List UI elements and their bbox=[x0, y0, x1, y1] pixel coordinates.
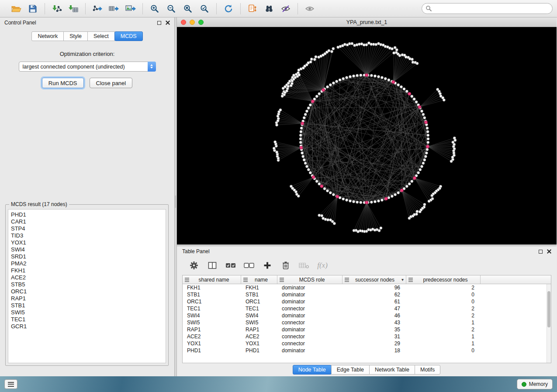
mcds-result-list[interactable]: PHD1CAR1STP4TID3YOX1SWI4SRD1PMA2FKH1ACE2… bbox=[8, 209, 166, 363]
cell[interactable]: 46 bbox=[343, 313, 406, 319]
table-row[interactable]: RAP1RAP1dominator352 bbox=[183, 326, 547, 333]
cell[interactable]: connector bbox=[277, 306, 343, 312]
cell[interactable]: STB1 bbox=[183, 292, 241, 298]
cell[interactable]: 96 bbox=[343, 285, 406, 291]
cell[interactable]: YOX1 bbox=[183, 340, 241, 347]
close-table-panel-icon[interactable] bbox=[547, 249, 551, 254]
save-session-button[interactable] bbox=[26, 2, 39, 15]
column-header-MCDS-role[interactable]: MCDS role bbox=[277, 275, 343, 284]
show-all-button[interactable] bbox=[303, 2, 316, 15]
tab-style[interactable]: Style bbox=[63, 31, 88, 41]
cell[interactable]: 2 bbox=[406, 327, 481, 333]
window-minimize-icon[interactable] bbox=[190, 20, 195, 25]
cell[interactable]: connector bbox=[277, 340, 343, 347]
cell[interactable]: 2 bbox=[406, 313, 481, 319]
cell[interactable]: SWI5 bbox=[241, 320, 277, 326]
table-row[interactable]: FKH1FKH1dominator962 bbox=[183, 284, 547, 291]
table-row[interactable]: SWI4SWI4dominator462 bbox=[183, 312, 547, 319]
cell[interactable]: TEC1 bbox=[183, 306, 241, 312]
close-panel-icon[interactable] bbox=[166, 21, 170, 25]
copy-share-button[interactable] bbox=[246, 2, 259, 15]
criterion-dropdown[interactable]: largest connected component (undirected) bbox=[19, 62, 156, 72]
cell[interactable]: 61 bbox=[343, 299, 406, 305]
hide-selected-button[interactable] bbox=[279, 2, 292, 15]
cell[interactable]: SWI4 bbox=[241, 313, 277, 319]
tab-node-table[interactable]: Node Table bbox=[293, 365, 332, 375]
status-menu-button[interactable] bbox=[4, 379, 17, 389]
export-image-button[interactable] bbox=[124, 2, 137, 15]
cell[interactable]: STB1 bbox=[241, 292, 277, 298]
cell[interactable]: TEC1 bbox=[241, 306, 277, 312]
result-item[interactable]: STP4 bbox=[11, 225, 166, 232]
column-menu-icon[interactable] bbox=[345, 278, 349, 282]
sort-descending-icon[interactable]: ▾ bbox=[401, 277, 404, 282]
column-menu-icon[interactable] bbox=[280, 278, 284, 282]
table-row[interactable]: TEC1TEC1connector472 bbox=[183, 305, 547, 312]
cell[interactable]: ORC1 bbox=[241, 299, 277, 305]
tab-network[interactable]: Network bbox=[31, 31, 64, 41]
show-column-button[interactable] bbox=[207, 260, 218, 271]
import-network-button[interactable] bbox=[50, 2, 63, 15]
cell[interactable]: dominator bbox=[277, 299, 343, 305]
tab-edge-table[interactable]: Edge Table bbox=[331, 365, 370, 375]
column-menu-icon[interactable] bbox=[243, 278, 248, 282]
scrollbar-thumb[interactable] bbox=[547, 291, 550, 327]
result-item[interactable]: PHD1 bbox=[11, 211, 166, 218]
cell[interactable]: 0 bbox=[406, 299, 481, 305]
tab-motifs[interactable]: Motifs bbox=[415, 365, 440, 375]
close-panel-button[interactable]: Close panel bbox=[90, 78, 133, 88]
network-view[interactable] bbox=[177, 27, 557, 244]
cell[interactable]: SWI4 bbox=[183, 313, 241, 319]
export-table-button[interactable] bbox=[107, 2, 121, 15]
window-zoom-icon[interactable] bbox=[198, 20, 204, 25]
cell[interactable]: 47 bbox=[343, 306, 406, 312]
cell[interactable]: 2 bbox=[406, 285, 481, 291]
refresh-view-button[interactable] bbox=[222, 2, 235, 15]
cell[interactable]: 31 bbox=[343, 334, 406, 340]
tab-select[interactable]: Select bbox=[87, 31, 115, 41]
tab-network-table[interactable]: Network Table bbox=[369, 365, 415, 375]
cell[interactable]: 35 bbox=[343, 327, 406, 333]
table-scrollbar[interactable] bbox=[547, 284, 551, 363]
memory-button[interactable]: Memory bbox=[517, 379, 553, 389]
table-row[interactable]: SWI5SWI5connector431 bbox=[183, 319, 547, 326]
cell[interactable]: FKH1 bbox=[241, 285, 277, 291]
dropdown-stepper-icon[interactable] bbox=[148, 62, 156, 72]
result-item[interactable]: FKH1 bbox=[11, 267, 166, 274]
open-session-button[interactable] bbox=[10, 2, 23, 15]
result-item[interactable]: TEC1 bbox=[11, 316, 166, 323]
table-row[interactable]: ACE2ACE2connector311 bbox=[183, 333, 547, 340]
result-item[interactable]: PMA2 bbox=[11, 260, 166, 267]
result-item[interactable]: STB1 bbox=[11, 302, 166, 309]
deselect-all-button[interactable] bbox=[243, 260, 255, 271]
cell[interactable]: dominator bbox=[277, 327, 343, 333]
result-item[interactable]: SWI4 bbox=[11, 246, 166, 253]
zoom-fit-button[interactable] bbox=[181, 2, 194, 15]
cell[interactable]: connector bbox=[277, 334, 343, 340]
network-window-titlebar[interactable]: YPA_prune.txt_1 bbox=[177, 17, 557, 27]
result-item[interactable]: STB5 bbox=[11, 281, 166, 288]
result-item[interactable]: TID3 bbox=[11, 232, 166, 239]
cell[interactable]: FKH1 bbox=[183, 285, 241, 291]
delete-column-button[interactable] bbox=[280, 260, 291, 271]
table-row[interactable]: STB1STB1dominator620 bbox=[183, 291, 547, 298]
cell[interactable]: dominator bbox=[277, 292, 343, 298]
float-table-panel-icon[interactable] bbox=[539, 250, 543, 254]
table-settings-button[interactable] bbox=[188, 260, 200, 271]
cell[interactable]: 1 bbox=[406, 340, 481, 347]
export-network-button[interactable] bbox=[91, 2, 104, 15]
add-column-button[interactable] bbox=[262, 260, 273, 271]
cell[interactable]: 29 bbox=[343, 340, 406, 347]
zoom-selected-button[interactable] bbox=[198, 2, 211, 15]
cell[interactable]: 1 bbox=[406, 320, 481, 326]
column-header-shared-name[interactable]: shared name bbox=[183, 275, 241, 284]
network-graph-canvas[interactable] bbox=[177, 27, 557, 244]
search-network-button[interactable] bbox=[263, 2, 276, 15]
result-item[interactable]: SWI5 bbox=[11, 309, 166, 316]
column-header-name[interactable]: name bbox=[241, 275, 277, 284]
cell[interactable]: RAP1 bbox=[183, 327, 241, 333]
cell[interactable]: 43 bbox=[343, 320, 406, 326]
cell[interactable]: 18 bbox=[343, 347, 406, 354]
table-row[interactable]: PHD1PHD1dominator180 bbox=[183, 347, 547, 354]
result-item[interactable]: RAP1 bbox=[11, 295, 166, 302]
